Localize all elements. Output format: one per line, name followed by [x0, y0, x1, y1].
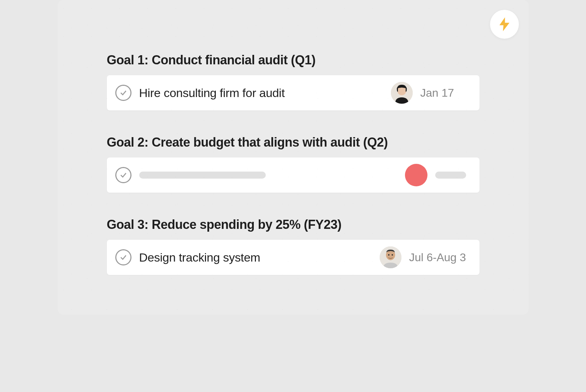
- goal-title: Goal 1: Conduct financial audit (Q1): [107, 53, 479, 68]
- task-date-placeholder: [435, 172, 466, 179]
- goal-title: Goal 3: Reduce spending by 25% (FY23): [107, 217, 479, 232]
- goals-panel: Goal 1: Conduct financial audit (Q1) Hir…: [58, 0, 529, 315]
- complete-checkbox[interactable]: [115, 167, 131, 183]
- lightning-icon: [498, 17, 510, 31]
- lightning-action-button[interactable]: [490, 10, 519, 39]
- svg-point-5: [392, 254, 393, 256]
- task-row[interactable]: Hire consulting firm for audit Jan 17: [107, 75, 479, 110]
- goal-section: Goal 2: Create budget that aligns with a…: [107, 135, 479, 193]
- task-row[interactable]: [107, 158, 479, 193]
- task-title: Hire consulting firm for audit: [139, 86, 391, 100]
- task-due-date: Jan 17: [420, 86, 466, 99]
- svg-point-4: [388, 254, 389, 256]
- check-icon: [120, 89, 127, 97]
- assignee-avatar[interactable]: [380, 246, 401, 268]
- task-due-date: Jul 6-Aug 3: [409, 251, 466, 264]
- complete-checkbox[interactable]: [115, 85, 131, 101]
- status-indicator[interactable]: [405, 164, 427, 186]
- task-title-placeholder: [139, 172, 266, 179]
- check-icon: [120, 253, 127, 261]
- goals-list: Goal 1: Conduct financial audit (Q1) Hir…: [58, 0, 529, 275]
- task-title: Design tracking system: [139, 251, 380, 264]
- check-icon: [120, 171, 127, 179]
- complete-checkbox[interactable]: [115, 249, 131, 265]
- task-row[interactable]: Design tracking system Jul 6-Aug 3: [107, 240, 479, 275]
- goal-section: Goal 3: Reduce spending by 25% (FY23) De…: [107, 217, 479, 275]
- goal-title: Goal 2: Create budget that aligns with a…: [107, 135, 479, 150]
- goal-section: Goal 1: Conduct financial audit (Q1) Hir…: [107, 53, 479, 110]
- assignee-avatar[interactable]: [391, 82, 413, 104]
